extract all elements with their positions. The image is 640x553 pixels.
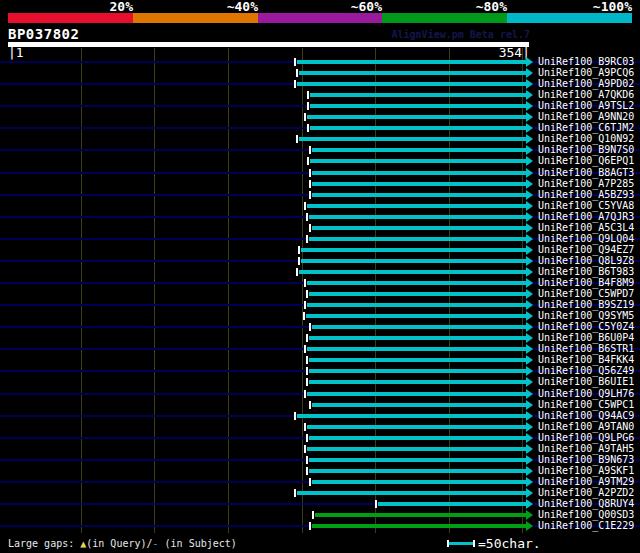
hit-bar[interactable]: [315, 513, 526, 517]
hit-label[interactable]: UniRef100_Q94EZ7: [538, 244, 634, 255]
hit-bar[interactable]: [309, 215, 526, 219]
hit-bar[interactable]: [310, 159, 526, 163]
alignment-start-tick: [298, 257, 300, 265]
hit-label[interactable]: UniRef100_B9SZ19: [538, 299, 634, 310]
hit-label[interactable]: UniRef100_B6STR1: [538, 343, 634, 354]
gaps-legend: Large gaps: ▲(in Query)/- (in Subject): [8, 537, 237, 551]
hit-bar[interactable]: [309, 436, 526, 440]
hit-bar[interactable]: [312, 226, 526, 230]
hit-bar[interactable]: [309, 336, 526, 340]
hit-label[interactable]: UniRef100_A9SKF1: [538, 465, 634, 476]
hit-label[interactable]: UniRef100_A9NN20: [538, 111, 634, 122]
hit-bar[interactable]: [297, 82, 526, 86]
hit-label[interactable]: UniRef100_B6U0P4: [538, 332, 634, 343]
hit-bar[interactable]: [309, 292, 526, 296]
hit-label[interactable]: UniRef100_C6TJM2: [538, 122, 634, 133]
hit-bar[interactable]: [309, 458, 526, 462]
hit-bar[interactable]: [307, 392, 526, 396]
hit-label[interactable]: UniRef100_A9TAN0: [538, 421, 634, 432]
hit-bar[interactable]: [299, 71, 526, 75]
hit-label[interactable]: UniRef100_Q56Z49: [538, 365, 634, 376]
hit-label[interactable]: UniRef100_C5YVA8: [538, 200, 634, 211]
hit-bar[interactable]: [312, 325, 526, 329]
hit-label[interactable]: UniRef100_A5BZ93: [538, 189, 634, 200]
alignment-start-tick: [304, 345, 306, 353]
hit-bar[interactable]: [297, 491, 526, 495]
alignment-start-tick: [306, 378, 308, 386]
hit-bar[interactable]: [307, 281, 526, 285]
hit-bar[interactable]: [312, 524, 526, 528]
alignment-start-tick: [309, 224, 311, 232]
hit-bar[interactable]: [310, 93, 526, 97]
hit-label[interactable]: UniRef100_Q9LQ04: [538, 233, 634, 244]
hit-label[interactable]: UniRef100_A2PZD2: [538, 487, 634, 498]
hit-label[interactable]: UniRef100_B9N673: [538, 454, 634, 465]
hit-label[interactable]: UniRef100_A9TAH5: [538, 443, 634, 454]
hit-label[interactable]: UniRef100_A7QKD6: [538, 89, 634, 100]
hit-bar-arrowhead-icon: [526, 521, 533, 531]
hit-label[interactable]: UniRef100_C5Y0Z4: [538, 321, 634, 332]
hit-bar[interactable]: [312, 182, 526, 186]
hit-label[interactable]: UniRef100_A7QJR3: [538, 211, 634, 222]
hit-bar[interactable]: [378, 502, 526, 506]
hit-bar[interactable]: [309, 469, 526, 473]
hit-bar[interactable]: [307, 347, 526, 351]
hit-bar[interactable]: [306, 314, 526, 318]
hit-label[interactable]: UniRef100_A9PD02: [538, 78, 634, 89]
hit-label[interactable]: UniRef100_A9TM29: [538, 476, 634, 487]
hit-bar[interactable]: [309, 369, 526, 373]
hit-label[interactable]: UniRef100_Q6EPQ1: [538, 155, 634, 166]
hit-label[interactable]: UniRef100_A9PCQ6: [538, 67, 634, 78]
hit-bar[interactable]: [307, 303, 526, 307]
hit-bar[interactable]: [307, 204, 526, 208]
hit-bar[interactable]: [310, 126, 526, 130]
hit-bar-arrowhead-icon: [526, 278, 533, 288]
hit-label[interactable]: UniRef100_Q9SYM5: [538, 310, 634, 321]
hit-label[interactable]: UniRef100_A9TSL2: [538, 100, 634, 111]
hit-bar[interactable]: [309, 358, 526, 362]
hit-bar[interactable]: [309, 380, 526, 384]
hit-bar[interactable]: [312, 148, 526, 152]
hit-label[interactable]: UniRef100_C5WPC1: [538, 399, 634, 410]
hit-bar[interactable]: [309, 237, 526, 241]
hit-label[interactable]: UniRef100_B4FKK4: [538, 354, 634, 365]
hit-bar-arrowhead-icon: [526, 366, 533, 376]
hit-label[interactable]: UniRef100_B4F8M9: [538, 277, 634, 288]
hit-label[interactable]: UniRef100_Q10N92: [538, 133, 634, 144]
hit-label[interactable]: UniRef100_A7P285: [538, 178, 634, 189]
hit-label[interactable]: UniRef100_Q9LPG6: [538, 432, 634, 443]
hit-label[interactable]: UniRef100_Q8L9Z8: [538, 255, 634, 266]
hit-label[interactable]: UniRef100_Q9LH76: [538, 388, 634, 399]
hit-label[interactable]: UniRef100_Q00SD3: [538, 509, 634, 520]
alignment-start-tick: [294, 80, 296, 88]
hit-bar[interactable]: [312, 193, 526, 197]
hit-bar[interactable]: [312, 171, 526, 175]
hit-bar[interactable]: [299, 137, 526, 141]
hit-bar[interactable]: [307, 447, 526, 451]
hit-bar[interactable]: [301, 259, 526, 263]
hit-bar[interactable]: [297, 414, 526, 418]
hit-label[interactable]: UniRef100_Q94AC9: [538, 410, 634, 421]
hit-label[interactable]: UniRef100_B9N7S0: [538, 144, 634, 155]
hit-label[interactable]: UniRef100_C5WPD7: [538, 288, 634, 299]
hit-bar-arrowhead-icon: [526, 57, 533, 67]
alignment-start-tick: [309, 323, 311, 331]
hit-bar[interactable]: [312, 480, 526, 484]
hit-bar-arrowhead-icon: [526, 90, 533, 100]
hit-label[interactable]: UniRef100_C1E229: [538, 520, 634, 531]
hit-bar[interactable]: [307, 115, 526, 119]
hit-bar[interactable]: [312, 403, 526, 407]
hit-bar-arrowhead-icon: [526, 477, 533, 487]
hit-label[interactable]: UniRef100_B6UIE1: [538, 376, 634, 387]
hit-bar[interactable]: [307, 425, 526, 429]
hit-label[interactable]: UniRef100_B9RC03: [538, 56, 634, 67]
alignment-start-tick: [306, 467, 308, 475]
hit-label[interactable]: UniRef100_Q8RUY4: [538, 498, 634, 509]
hit-bar[interactable]: [299, 270, 526, 274]
hit-bar[interactable]: [310, 104, 526, 108]
hit-label[interactable]: UniRef100_A5C3L4: [538, 222, 634, 233]
hit-bar[interactable]: [301, 248, 526, 252]
hit-bar[interactable]: [297, 60, 526, 64]
hit-label[interactable]: UniRef100_B8AGT3: [538, 167, 634, 178]
hit-label[interactable]: UniRef100_B6T983: [538, 266, 634, 277]
